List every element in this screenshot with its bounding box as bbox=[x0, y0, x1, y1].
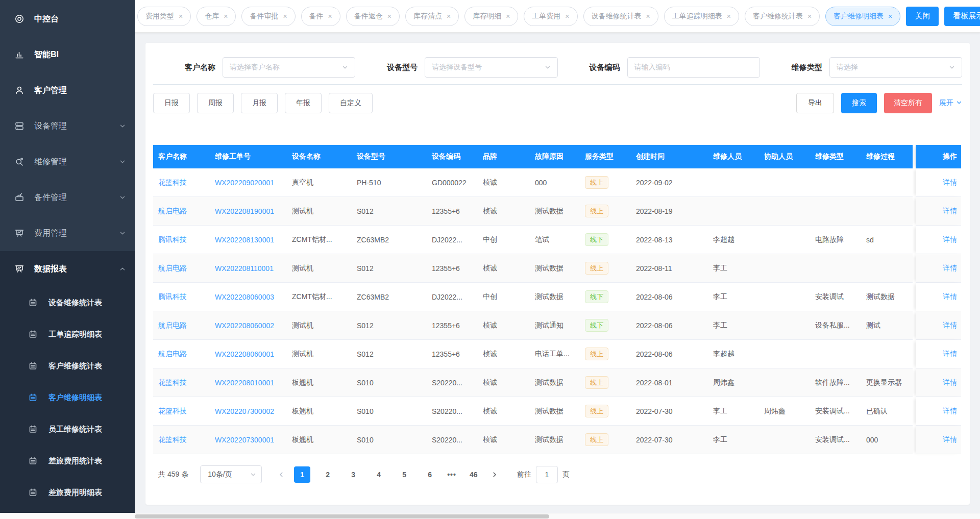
detail-link[interactable]: 详情 bbox=[943, 207, 957, 216]
sidebar-item-智能BI[interactable]: 智能BI bbox=[0, 37, 135, 72]
placeholder-text: 请选择客户名称 bbox=[230, 63, 280, 72]
period-button-自定义[interactable]: 自定义 bbox=[329, 93, 373, 113]
tab-客户维修明细表[interactable]: 客户维修明细表× bbox=[825, 7, 900, 26]
customer-link[interactable]: 航启电路 bbox=[158, 350, 187, 359]
customer-link[interactable]: 花篮科技 bbox=[158, 378, 187, 387]
tab-备件[interactable]: 备件× bbox=[301, 7, 340, 26]
more-pages-icon[interactable]: ••• bbox=[447, 471, 456, 479]
filter-select-客户名称[interactable]: 请选择客户名称 bbox=[223, 57, 355, 78]
detail-link[interactable]: 详情 bbox=[943, 435, 957, 444]
page-number-5[interactable]: 5 bbox=[396, 466, 412, 483]
detail-link[interactable]: 详情 bbox=[943, 407, 957, 416]
close-icon[interactable]: × bbox=[506, 13, 510, 20]
customer-link[interactable]: 航启电路 bbox=[158, 264, 187, 273]
detail-link[interactable]: 详情 bbox=[943, 378, 957, 387]
sidebar-item-维修管理[interactable]: 维修管理 bbox=[0, 144, 135, 180]
sidebar-subitem-差旅费用统计表[interactable]: 差旅费用统计表 bbox=[0, 445, 135, 477]
customer-link[interactable]: 花篮科技 bbox=[158, 178, 187, 187]
scrollbar-thumb[interactable] bbox=[135, 514, 549, 518]
tab-备件审批[interactable]: 备件审批× bbox=[241, 7, 295, 26]
expand-link[interactable]: 展开 bbox=[939, 98, 962, 108]
close-icon[interactable]: × bbox=[888, 13, 892, 20]
work-order-link[interactable]: WX202208110001 bbox=[215, 264, 274, 273]
sidebar-item-中控台[interactable]: 中控台 bbox=[0, 1, 135, 37]
search-button[interactable]: 搜索 bbox=[841, 93, 877, 113]
detail-link[interactable]: 详情 bbox=[943, 321, 957, 330]
sidebar-item-数据报表[interactable]: 数据报表 bbox=[0, 251, 135, 287]
period-button-周报[interactable]: 周报 bbox=[197, 93, 234, 113]
tab-库存清点[interactable]: 库存清点× bbox=[405, 7, 459, 26]
tab-备件返仓[interactable]: 备件返仓× bbox=[346, 7, 400, 26]
tab-费用类型[interactable]: 费用类型× bbox=[137, 7, 191, 26]
close-icon[interactable]: × bbox=[328, 13, 332, 20]
sidebar-item-费用管理[interactable]: 费用管理 bbox=[0, 215, 135, 251]
page-number-46[interactable]: 46 bbox=[465, 466, 482, 483]
close-icon[interactable]: × bbox=[807, 13, 812, 20]
board-display-button[interactable]: 看板展示 bbox=[944, 7, 980, 26]
sidebar-subitem-差旅费用明细表[interactable]: 差旅费用明细表 bbox=[0, 477, 135, 508]
filter-input-设备编码[interactable]: 请输入编码 bbox=[627, 57, 760, 78]
work-order-link[interactable]: WX202208060003 bbox=[215, 293, 274, 301]
sidebar-subitem-客户维修统计表[interactable]: 客户维修统计表 bbox=[0, 350, 135, 382]
work-order-link[interactable]: WX202208130001 bbox=[215, 236, 274, 244]
work-order-link[interactable]: WX202208060002 bbox=[215, 322, 274, 330]
period-button-月报[interactable]: 月报 bbox=[241, 93, 278, 113]
close-icon[interactable]: × bbox=[565, 13, 569, 20]
detail-link[interactable]: 详情 bbox=[943, 292, 957, 302]
customer-link[interactable]: 花篮科技 bbox=[158, 435, 187, 444]
tab-客户维修统计表[interactable]: 客户维修统计表× bbox=[745, 7, 820, 26]
close-icon[interactable]: × bbox=[224, 13, 228, 20]
tab-设备维修统计表[interactable]: 设备维修统计表× bbox=[583, 7, 658, 26]
prev-page-button[interactable] bbox=[273, 466, 289, 483]
page-number-6[interactable]: 6 bbox=[422, 466, 438, 483]
customer-link[interactable]: 花篮科技 bbox=[158, 407, 187, 416]
detail-link[interactable]: 详情 bbox=[943, 235, 957, 244]
work-order-link[interactable]: WX202209020001 bbox=[215, 179, 274, 187]
filter-select-维修类型[interactable]: 请选择 bbox=[829, 57, 962, 78]
sidebar-item-设备管理[interactable]: 设备管理 bbox=[0, 108, 135, 144]
customer-link[interactable]: 航启电路 bbox=[158, 321, 187, 330]
page-size-select[interactable]: 10条/页 bbox=[200, 465, 262, 483]
close-icon[interactable]: × bbox=[646, 13, 650, 20]
detail-link[interactable]: 详情 bbox=[943, 264, 957, 273]
sidebar-item-客户管理[interactable]: 客户管理 bbox=[0, 72, 135, 108]
sidebar-item-备件管理[interactable]: 备件管理 bbox=[0, 180, 135, 215]
sidebar-subitem-客户维修明细表[interactable]: 客户维修明细表 bbox=[0, 382, 135, 413]
close-icon[interactable]: × bbox=[283, 13, 287, 20]
close-icon[interactable]: × bbox=[447, 13, 451, 20]
sidebar-subitem-员工维修统计表[interactable]: 员工维修统计表 bbox=[0, 413, 135, 445]
goto-page-input[interactable] bbox=[536, 466, 558, 483]
export-button[interactable]: 导出 bbox=[796, 93, 834, 113]
next-page-button[interactable] bbox=[486, 466, 503, 483]
page-number-2[interactable]: 2 bbox=[320, 466, 336, 483]
clear-all-button[interactable]: 清空所有 bbox=[884, 93, 932, 113]
tab-库存明细[interactable]: 库存明细× bbox=[464, 7, 518, 26]
horizontal-scrollbar[interactable] bbox=[0, 513, 980, 519]
filter-select-设备型号[interactable]: 请选择设备型号 bbox=[425, 57, 557, 78]
work-order-link[interactable]: WX202207300001 bbox=[215, 436, 274, 444]
detail-link[interactable]: 详情 bbox=[943, 178, 957, 187]
work-order-link[interactable]: WX202207300002 bbox=[215, 407, 274, 415]
tab-仓库[interactable]: 仓库× bbox=[197, 7, 236, 26]
sidebar-subitem-工单追踪明细表[interactable]: 工单追踪明细表 bbox=[0, 318, 135, 350]
page-number-4[interactable]: 4 bbox=[371, 466, 387, 483]
work-order-link[interactable]: WX202208190001 bbox=[215, 207, 274, 215]
sidebar-subitem-label: 客户维修明细表 bbox=[48, 393, 102, 403]
work-order-link[interactable]: WX202208010001 bbox=[215, 379, 274, 387]
close-icon[interactable]: × bbox=[179, 13, 183, 20]
work-order-link[interactable]: WX202208060001 bbox=[215, 350, 274, 358]
sidebar-subitem-设备维修统计表[interactable]: 设备维修统计表 bbox=[0, 287, 135, 318]
tab-工单追踪明细表[interactable]: 工单追踪明细表× bbox=[664, 7, 739, 26]
customer-link[interactable]: 航启电路 bbox=[158, 207, 187, 216]
page-number-1[interactable]: 1 bbox=[294, 466, 310, 483]
customer-link[interactable]: 腾讯科技 bbox=[158, 235, 187, 244]
period-button-日报[interactable]: 日报 bbox=[153, 93, 190, 113]
page-number-3[interactable]: 3 bbox=[345, 466, 361, 483]
close-icon[interactable]: × bbox=[727, 13, 731, 20]
tab-工单费用[interactable]: 工单费用× bbox=[524, 7, 577, 26]
close-button[interactable]: 关闭 bbox=[906, 7, 939, 26]
close-icon[interactable]: × bbox=[387, 13, 391, 20]
period-button-年报[interactable]: 年报 bbox=[285, 93, 322, 113]
customer-link[interactable]: 腾讯科技 bbox=[158, 292, 187, 302]
detail-link[interactable]: 详情 bbox=[943, 350, 957, 359]
